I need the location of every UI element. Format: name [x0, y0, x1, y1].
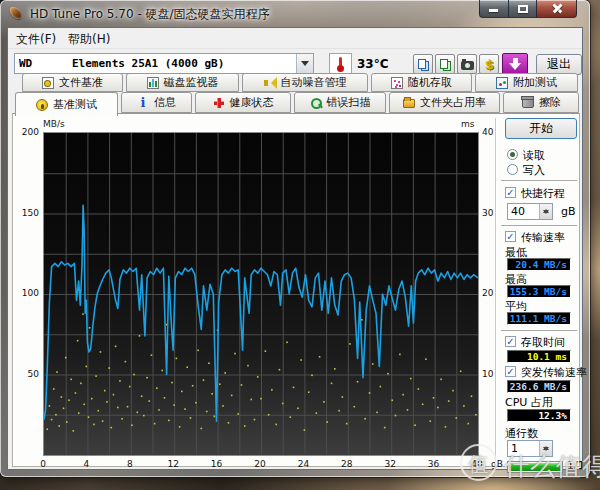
drive-selector[interactable]: WD Elements 25A1 (4000 gB) — [14, 53, 314, 74]
minimize-button[interactable] — [479, 0, 508, 18]
radio-read[interactable] — [507, 149, 518, 160]
radio-write-label[interactable]: 写入 — [523, 163, 545, 178]
tick-label: 20 — [248, 459, 272, 469]
burst-rate-checkbox[interactable]: ✓ — [505, 366, 516, 377]
donate-button[interactable] — [479, 54, 499, 74]
tick-label: 150 — [13, 208, 39, 218]
speaker-icon — [264, 77, 276, 89]
copy-image-icon — [440, 59, 448, 69]
disk-monitor-icon — [147, 77, 159, 89]
copy-report-icon — [418, 59, 426, 69]
cpu-usage-value: 12.3% — [507, 409, 571, 422]
separator — [501, 180, 577, 182]
tab-benchmark[interactable]: 基准测试 — [15, 92, 118, 116]
tab-error-scan[interactable]: 错误扫描 — [294, 92, 386, 113]
short-stroke-unit: gB — [561, 205, 576, 218]
tick-label: 0 — [31, 459, 55, 469]
access-time-value: 10.1 ms — [507, 350, 571, 363]
app-icon — [10, 7, 22, 19]
short-stroke-value-spinner[interactable]: 40 — [507, 203, 553, 220]
spinner-arrows-icon[interactable] — [539, 204, 552, 219]
tick-label: 4 — [74, 459, 98, 469]
copy-image-button[interactable] — [435, 54, 455, 74]
folder-icon — [403, 99, 415, 108]
tick-label: 36 — [422, 459, 446, 469]
tab-random-access[interactable]: 随机存取 — [371, 73, 472, 92]
tab-row-secondary: 文件基准 磁盘监视器 自动噪音管理 随机存取 附加测试 — [22, 73, 578, 92]
tick-label: 20 — [482, 288, 493, 298]
tab-extra-tests[interactable]: 附加测试 — [475, 73, 578, 92]
caption-buttons — [479, 0, 577, 18]
tab-info[interactable]: 信息 — [121, 92, 192, 113]
chevron-down-icon[interactable] — [296, 54, 313, 73]
benchmark-icon — [36, 99, 48, 111]
drive-selector-value: WD Elements 25A1 (4000 gB) — [19, 57, 224, 70]
right-axis-unit: ms — [461, 119, 474, 129]
maximize-button[interactable] — [508, 0, 536, 18]
client-area: 文件(F) 帮助(H) WD Elements 25A1 (4000 gB) 3… — [7, 27, 583, 470]
random-access-icon — [391, 77, 403, 89]
access-time-checkbox[interactable]: ✓ — [505, 336, 516, 347]
camera-icon — [461, 61, 474, 70]
screenshot-button[interactable] — [457, 54, 477, 74]
burst-rate-value: 236.6 MB/s — [507, 380, 571, 393]
tick-label: 28 — [335, 459, 359, 469]
menu-file[interactable]: 文件(F) — [16, 31, 56, 48]
start-button[interactable]: 开始 — [505, 118, 577, 139]
tick-label: 10 — [482, 369, 493, 379]
menu-bar: 文件(F) 帮助(H) — [8, 28, 582, 49]
tab-disk-monitor[interactable]: 磁盘监视器 — [126, 73, 239, 92]
radio-read-label[interactable]: 读取 — [523, 148, 545, 163]
close-button[interactable] — [536, 0, 577, 18]
short-stroke-checkbox[interactable]: ✓ — [505, 187, 516, 198]
left-axis-unit: MB/s — [43, 119, 65, 129]
exit-button[interactable]: 退出 — [536, 54, 582, 75]
title-bar[interactable]: HD Tune Pro 5.70 - 硬盘/固态硬盘实用程序 — [0, 0, 590, 27]
panel-divider — [495, 118, 496, 464]
minimize-icon — [489, 9, 498, 12]
thermometer-icon — [339, 57, 342, 66]
transfer-rate-label: 传输速率 — [521, 230, 565, 245]
tick-label: 12 — [161, 459, 185, 469]
tick-label: 16 — [205, 459, 229, 469]
separator — [501, 225, 577, 227]
desktop: { "window": { "title": "HD Tune Pro 5.70… — [0, 0, 600, 490]
tab-aam[interactable]: 自动噪音管理 — [242, 73, 368, 92]
min-value: 20.4 MB/s — [507, 258, 571, 271]
update-button[interactable] — [502, 53, 528, 75]
magnifier-icon — [310, 97, 322, 109]
tick-label: 8 — [118, 459, 142, 469]
tab-health[interactable]: 健康状态 — [195, 92, 291, 113]
health-cross-icon — [213, 97, 225, 109]
menu-help[interactable]: 帮助(H) — [68, 31, 110, 48]
transfer-rate-checkbox[interactable]: ✓ — [505, 231, 516, 242]
pass-count-label: 通行数 — [505, 426, 538, 441]
watermark-text: 什么值得买 — [504, 450, 600, 483]
tick-label: 40 — [482, 127, 493, 137]
burst-rate-label: 突发传输速率 — [521, 365, 587, 380]
close-icon — [552, 3, 563, 14]
avg-value: 111.1 MB/s — [507, 312, 571, 325]
benchmark-controls: 开始 读取 写入 ✓ 快捷行程 40 gB ✓ 传输速率 最低 20.4 MB/… — [497, 114, 581, 468]
max-value: 155.3 MB/s — [507, 285, 571, 298]
tab-file-benchmark[interactable]: 文件基准 — [22, 73, 123, 92]
trash-icon — [522, 98, 534, 108]
watermark-badge: 值 — [460, 444, 497, 481]
tick-label: 32 — [378, 459, 402, 469]
plot-canvas — [44, 133, 478, 455]
tab-erase[interactable]: 擦除 — [503, 92, 579, 113]
file-benchmark-icon — [42, 77, 54, 89]
info-icon — [137, 97, 149, 109]
radio-write[interactable] — [507, 164, 518, 175]
temperature-value: 33°C — [357, 57, 389, 71]
tick-label: 30 — [482, 208, 493, 218]
tab-folder-usage[interactable]: 文件夹占用率 — [389, 92, 500, 113]
maximize-icon — [518, 5, 528, 13]
short-stroke-label: 快捷行程 — [521, 186, 565, 201]
cpu-usage-label: CPU 占用 — [505, 395, 553, 410]
benchmark-page: MB/s ms 20015010050 40302010 04812162024… — [12, 113, 580, 467]
tick-label: 200 — [13, 127, 39, 137]
tick-label: 24 — [291, 459, 315, 469]
access-time-label: 存取时间 — [521, 335, 565, 350]
copy-report-button[interactable] — [413, 54, 433, 74]
